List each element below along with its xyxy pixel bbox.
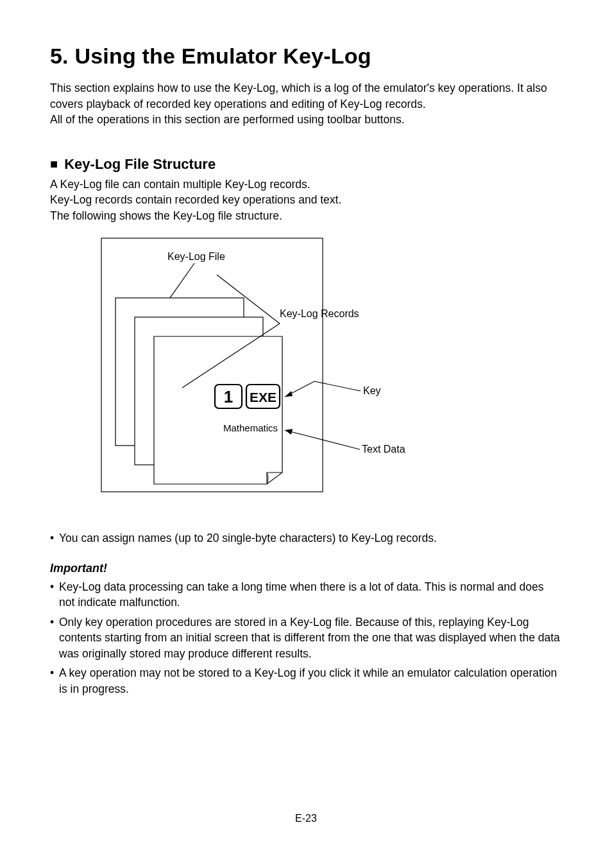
section-heading: Key-Log File Structure [50, 156, 562, 173]
important-heading: Important! [50, 562, 562, 575]
record-box-1 [154, 336, 282, 484]
section-p1: A Key-Log file can contain multiple Key-… [50, 177, 562, 193]
important-item-2: Only key operation procedures are stored… [50, 614, 562, 662]
intro-paragraph-2: All of the operations in this section ar… [50, 112, 562, 128]
notes-list: You can assign names (up to 20 single-by… [50, 530, 562, 546]
section-intro: A Key-Log file can contain multiple Key-… [50, 177, 562, 224]
records-label: Key-Log Records [280, 308, 359, 319]
svg-text:1: 1 [224, 387, 233, 406]
intro-paragraph-1: This section explains how to use the Key… [50, 80, 562, 112]
svg-text:EXE: EXE [250, 390, 276, 404]
important-item-1: Key-Log data processing can take a long … [50, 579, 562, 611]
section-heading-text: Key-Log File Structure [64, 156, 216, 172]
section-p2: Key-Log records contain recorded key ope… [50, 192, 562, 208]
inner-mathematics-label: Mathematics [223, 422, 278, 433]
diagram-svg: Key-Log File 1 EXE [95, 235, 454, 511]
important-item-3: A key operation may not be stored to a K… [50, 665, 562, 697]
key-1-icon: 1 [215, 385, 242, 408]
key-label: Key [363, 385, 381, 396]
section-p3: The following shows the Key-Log file str… [50, 208, 562, 224]
chapter-title: 5. Using the Emulator Key-Log [50, 44, 562, 69]
page-number: E-23 [0, 813, 612, 824]
keylog-file-label: Key-Log File [167, 251, 225, 262]
chapter-intro: This section explains how to use the Key… [50, 80, 562, 128]
text-data-label: Text Data [362, 444, 405, 455]
important-list: Key-Log data processing can take a long … [50, 579, 562, 697]
note-item-1: You can assign names (up to 20 single-by… [50, 530, 562, 546]
keylog-diagram: Key-Log File 1 EXE [50, 235, 562, 511]
key-exe-icon: EXE [246, 385, 280, 408]
